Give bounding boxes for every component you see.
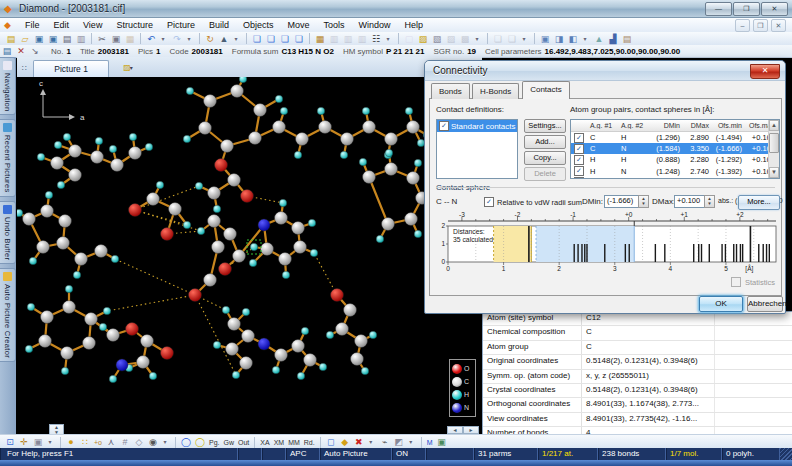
atom-h[interactable]	[242, 308, 250, 316]
picture-copy-icon[interactable]: ▨	[445, 33, 457, 45]
atom-h[interactable]	[376, 235, 384, 243]
atom-c[interactable]	[69, 145, 82, 158]
button-grow[interactable]: Gw	[222, 438, 237, 447]
atom-h[interactable]	[222, 306, 230, 314]
atom-c[interactable]	[83, 337, 96, 350]
row-checkbox[interactable]: ✓	[574, 133, 584, 143]
report-view-icon[interactable]: ▤	[621, 33, 633, 45]
atom-c[interactable]	[199, 122, 212, 135]
button-packing[interactable]: Pg.	[207, 438, 222, 447]
close-structure-icon[interactable]: ✕	[15, 45, 27, 57]
atom-h[interactable]	[319, 363, 327, 371]
open-folder-icon[interactable]: ▱	[19, 33, 31, 45]
pan-tool-icon[interactable]: ↻	[204, 33, 216, 45]
structure-viewport[interactable]: ca OCHN	[17, 77, 482, 425]
atom-o[interactable]	[189, 289, 202, 302]
atom-c[interactable]	[204, 95, 217, 108]
atom-h[interactable]	[197, 227, 205, 235]
atom-h[interactable]	[149, 372, 157, 380]
dmin-spinner[interactable]: ▲▼	[638, 195, 649, 208]
viewport-settings-icon[interactable]: ⊡	[4, 436, 16, 448]
definition-checkbox[interactable]: ✓	[439, 121, 449, 131]
scroll-left-icon[interactable]: ◄	[447, 426, 463, 434]
atom-c[interactable]	[344, 304, 357, 317]
cancel-button[interactable]: Abbrechen	[747, 296, 783, 312]
atom-h[interactable]	[57, 181, 65, 189]
menu-tools[interactable]: Tools	[316, 19, 351, 31]
button-cut-out[interactable]: Out	[236, 438, 251, 447]
atom-h[interactable]	[45, 191, 53, 199]
button-label-atoms[interactable]: XA	[258, 438, 271, 447]
scroll-down-icon[interactable]: ▼	[769, 167, 779, 178]
atom-c[interactable]	[63, 301, 76, 314]
chevron-down-icon[interactable]: ▾	[405, 436, 417, 448]
button-movie[interactable]: M	[425, 438, 435, 447]
atom-c[interactable]	[407, 172, 420, 185]
row-checkbox[interactable]: ✓	[574, 166, 584, 176]
atom-h[interactable]	[95, 137, 103, 145]
atom-c[interactable]	[363, 171, 376, 184]
atom-h[interactable]	[294, 151, 302, 159]
dialog-title-bar[interactable]: Connectivity	[425, 61, 785, 81]
atom-h[interactable]	[213, 341, 221, 349]
atom-h[interactable]	[275, 95, 283, 103]
atom-n[interactable]	[258, 338, 270, 350]
atom-c[interactable]	[107, 329, 120, 342]
atom-h[interactable]	[111, 255, 119, 263]
center-view-icon[interactable]: ◆	[339, 436, 351, 448]
paste-icon[interactable]: ▦	[124, 33, 136, 45]
menu-structure[interactable]: Structure	[109, 19, 160, 31]
window-tile-h-icon[interactable]: ❏	[265, 33, 277, 45]
atom-h[interactable]	[29, 257, 37, 265]
dialog-tab-contacts[interactable]: Contacts	[522, 81, 570, 99]
menu-move[interactable]: Move	[280, 19, 316, 31]
picture-mode-icon[interactable]: ▣	[32, 436, 44, 448]
atom-h[interactable]	[362, 107, 370, 115]
atom-h[interactable]	[63, 133, 71, 141]
copy-button[interactable]: Copy...	[524, 151, 566, 165]
atom-n[interactable]	[258, 219, 270, 231]
pairs-row-C-N[interactable]: ✓CN(1.584)3.350(-1.666)+0.100R	[571, 143, 779, 154]
filter-icon[interactable]: ◉	[147, 436, 159, 448]
sidebar-tab-navigation[interactable]: Navigation	[0, 57, 16, 115]
photo-icon[interactable]: ▣	[436, 436, 448, 448]
atom-h[interactable]	[109, 375, 117, 383]
button-add-atom[interactable]: +o	[92, 438, 104, 447]
atom-c[interactable]	[341, 133, 354, 146]
ok-button[interactable]: OK	[699, 296, 743, 312]
menu-help[interactable]: Help	[398, 19, 431, 31]
atom-h[interactable]	[414, 230, 422, 238]
atom-h[interactable]	[249, 259, 257, 267]
atom-group-pairs-table[interactable]: A.g. #1A.g. #2DMinDMaxOfs.minOfs.max✓CH(…	[570, 119, 780, 179]
atom-c[interactable]	[111, 159, 124, 172]
atom-c[interactable]	[292, 340, 305, 353]
atom-h[interactable]	[145, 143, 153, 151]
coordination-sphere-blue-icon[interactable]: ◯	[180, 436, 192, 448]
button-label-molecules[interactable]: XM	[272, 438, 287, 447]
menu-build[interactable]: Build	[202, 19, 236, 31]
mdi-close-button[interactable]: ✕	[771, 19, 786, 32]
atom-c[interactable]	[57, 237, 70, 250]
atom-c[interactable]	[212, 241, 225, 254]
polyhedra-icon[interactable]: ◇	[133, 436, 145, 448]
dialog-tab-bonds[interactable]: Bonds	[431, 83, 470, 99]
atom-c[interactable]	[351, 353, 364, 366]
atom-c[interactable]	[304, 354, 317, 367]
atom-o[interactable]	[215, 159, 228, 172]
picture-tools-icon[interactable]: ✛	[18, 436, 30, 448]
atom-c[interactable]	[61, 347, 74, 360]
structure-doc-icon[interactable]: ▤	[1, 45, 13, 57]
row-checkbox[interactable]: ✓	[574, 177, 584, 179]
add-atoms-icon[interactable]: ∷	[79, 436, 91, 448]
atom-c[interactable]	[41, 311, 54, 324]
atom-h[interactable]	[310, 249, 318, 257]
atom-h[interactable]	[99, 323, 107, 331]
cut-icon[interactable]: ✂	[96, 33, 108, 45]
atom-c[interactable]	[228, 318, 241, 331]
render-mode-icon[interactable]: ◩	[393, 436, 405, 448]
unit-cell-icon[interactable]: ◻	[325, 436, 337, 448]
atom-o[interactable]	[126, 323, 139, 336]
goto-structure-icon[interactable]: ↘	[29, 45, 41, 57]
atom-c[interactable]	[224, 228, 237, 241]
atom-h[interactable]	[280, 107, 288, 115]
